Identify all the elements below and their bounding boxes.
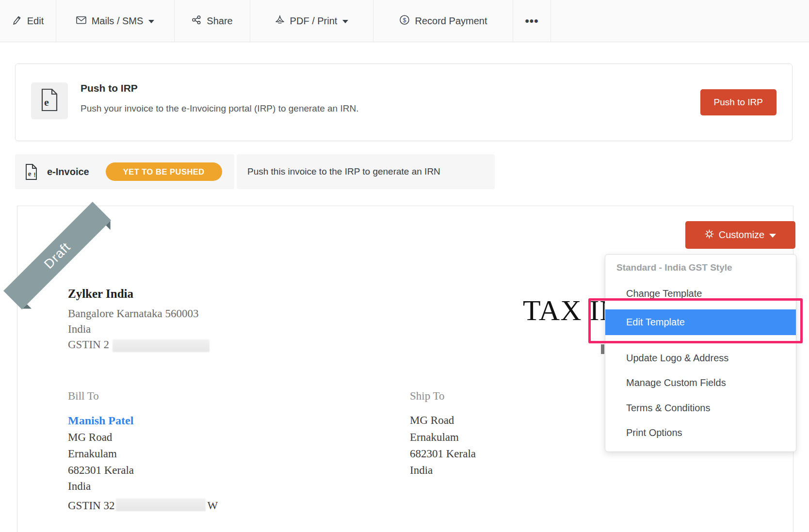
e-invoice-document-icon: e ! [25,163,38,180]
bill-to-gstin-row: GSTIN 32W [68,497,218,512]
pdf-print-label: PDF / Print [290,16,338,27]
edit-button[interactable]: Edit [0,0,56,42]
einvoice-status-badge: YET TO BE PUSHED [106,162,222,181]
bill-to-label: Bill To [68,390,99,403]
chevron-down-icon [148,20,154,23]
ellipsis-icon: ••• [525,14,538,28]
svg-text:!: ! [34,172,36,178]
customize-button[interactable]: Customize [685,221,795,249]
invoice-detail-page: Edit Mails / SMS Share [0,0,809,532]
bill-to-line: Ernakulam [68,448,117,460]
redacted-company-gstin [113,339,210,352]
company-address-line1: Bangalore Karnataka 560003 [68,307,199,320]
ship-to-line: MG Road [410,414,454,427]
ship-to-line: Ernakulam [410,431,459,444]
svg-text:e: e [44,96,49,108]
toolbar: Edit Mails / SMS Share [0,0,809,42]
share-button[interactable]: Share [175,0,250,42]
push-to-irp-button[interactable]: Push to IRP [700,89,777,115]
menu-item-update-logo-address[interactable]: Update Logo & Address [626,351,728,365]
toolbar-spacer [551,0,809,42]
record-payment-label: Record Payment [415,16,487,27]
einvoice-message-section: Push this invoice to the IRP to generate… [237,154,495,189]
customize-label: Customize [719,229,764,241]
customize-dropdown-menu: Standard - India GST Style Change Templa… [605,254,796,452]
einvoice-label: e-Invoice [47,166,89,177]
company-name: Zylker India [68,287,133,301]
chevron-down-icon [769,234,776,238]
payment-icon: $ [399,15,410,28]
ship-to-line: 682301 Kerala [410,448,476,460]
pencil-icon [12,15,22,27]
bill-to-line: 682301 Kerala [68,464,134,477]
gear-icon [705,229,714,241]
menu-item-manage-custom-fields[interactable]: Manage Custom Fields [626,376,726,389]
edit-template-label: Edit Template [626,317,685,328]
push-banner-title: Push to IRP [81,82,138,94]
ship-to-line: India [410,464,433,477]
bill-to-gstin-suffix: W [207,500,218,512]
svg-text:e: e [28,170,32,177]
edit-label: Edit [27,16,44,27]
menu-item-print-options[interactable]: Print Options [626,426,682,439]
company-gstin: GSTIN 2 [68,339,109,351]
bill-to-line: MG Road [68,431,112,444]
obscured-text-fragment [601,344,604,354]
push-to-irp-banner: e Push to IRP Push your invoice to the e… [15,64,793,141]
pdf-icon [275,15,285,27]
einvoice-message: Push this invoice to the IRP to generate… [247,166,440,177]
ship-to-label: Ship To [410,390,444,403]
pdf-print-button[interactable]: PDF / Print [250,0,373,42]
bill-to-customer-link[interactable]: Manish Patel [68,414,133,427]
mails-sms-button[interactable]: Mails / SMS [56,0,175,42]
push-banner-description: Push your invoice to the e-Invoicing por… [81,103,358,114]
bill-to-line: India [68,480,91,493]
menu-item-edit-template[interactable]: Edit Template [605,309,796,335]
e-document-icon: e [40,88,59,113]
bill-to-gstin-prefix: GSTIN 32 [68,500,114,512]
share-label: Share [207,16,232,27]
menu-divider [605,342,796,342]
record-payment-button[interactable]: $ Record Payment [373,0,513,42]
share-icon [192,15,201,27]
more-actions-button[interactable]: ••• [513,0,551,42]
mails-sms-label: Mails / SMS [92,16,144,27]
einvoice-status-section: e ! e-Invoice YET TO BE PUSHED [15,154,234,189]
e-document-icon-tile: e [31,82,68,119]
company-address-line2: India [68,323,91,336]
envelope-icon [76,16,86,27]
redacted-bill-to-gstin [116,499,206,511]
menu-item-terms-conditions[interactable]: Terms & Conditions [626,401,710,415]
template-name-header: Standard - India GST Style [616,262,732,273]
chevron-down-icon [342,20,348,23]
menu-item-change-template[interactable]: Change Template [626,287,702,300]
svg-text:$: $ [403,16,406,23]
